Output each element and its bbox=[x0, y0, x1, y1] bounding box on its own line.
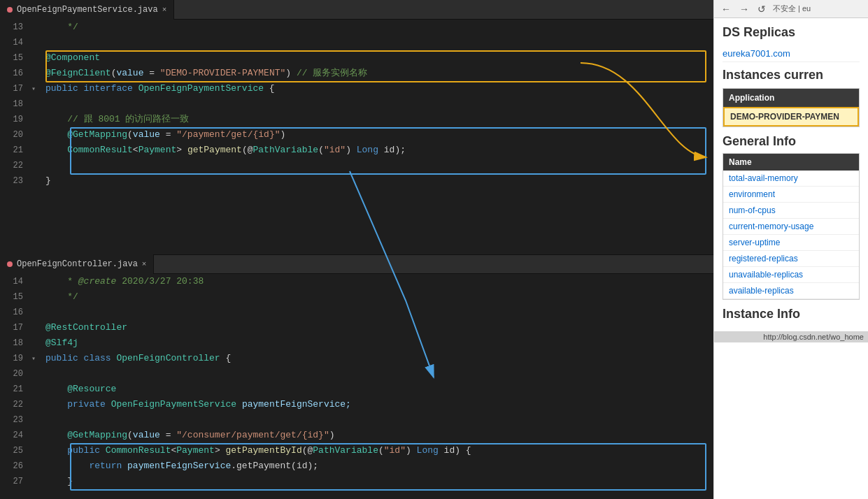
fold-icon[interactable]: ▾ bbox=[31, 85, 36, 93]
ds-replicas-title: DS Replicas bbox=[723, 25, 860, 40]
code-line: 23 bbox=[0, 412, 713, 428]
tab-icon-2 bbox=[7, 261, 13, 267]
info-total-avail-memory[interactable]: total-avail-memory bbox=[723, 171, 859, 187]
top-tab-bar: OpenFeignPaymentService.java × bbox=[0, 0, 713, 20]
info-server-uptime[interactable]: server-uptime bbox=[723, 235, 859, 251]
application-header: Application bbox=[723, 89, 859, 107]
code-line: 19 // 跟 8001 的访问路径一致 bbox=[0, 112, 713, 127]
tab-controller-file[interactable]: OpenFeignController.java × bbox=[0, 254, 154, 274]
code-line: 23 } bbox=[0, 173, 713, 189]
code-area-bottom: 14 * @create 2020/3/27 20:38 15 */ 16 17 bbox=[0, 274, 713, 499]
back-button[interactable]: ← bbox=[720, 3, 732, 15]
code-line: 19 ▾ public class OpenFeignController { bbox=[0, 351, 713, 366]
code-line: 20 bbox=[0, 366, 713, 382]
code-line: 16 @FeignClient(value = "DEMO-PROVIDER-P… bbox=[0, 66, 713, 81]
code-line: 15 */ bbox=[0, 289, 713, 305]
right-content: DS Replicas eureka7001.com Instances cur… bbox=[714, 18, 868, 331]
code-line: 17 ▾ public interface OpenFeignPaymentSe… bbox=[0, 81, 713, 96]
code-block-top: 13 */ 14 15 @Component 16 @FeignClient( bbox=[0, 20, 713, 189]
code-line: 14 bbox=[0, 35, 713, 50]
tab-service-filename: OpenFeignPaymentService.java bbox=[17, 5, 158, 15]
tab-close-btn[interactable]: × bbox=[162, 6, 167, 14]
code-line: 24 @GetMapping(value = "/consumer/paymen… bbox=[0, 428, 713, 443]
application-table: Application DEMO-PROVIDER-PAYMEN bbox=[723, 88, 860, 127]
code-line: 22 bbox=[0, 158, 713, 173]
code-line: 13 */ bbox=[0, 20, 713, 35]
code-line: 17 @RestController bbox=[0, 320, 713, 335]
code-line: 18 @Slf4j bbox=[0, 335, 713, 351]
fold-icon-2[interactable]: ▾ bbox=[31, 355, 36, 363]
tab-close-btn-2[interactable]: × bbox=[142, 260, 147, 268]
eureka-link[interactable]: eureka7001.com bbox=[723, 45, 860, 62]
bottom-url: http://blog.csdn.net/wo_home bbox=[714, 331, 868, 342]
second-tab-bar: OpenFeignController.java × bbox=[0, 254, 713, 274]
code-line: 20 @GetMapping(value = "/payment/get/{id… bbox=[0, 127, 713, 143]
code-line: 16 bbox=[0, 305, 713, 320]
code-line: 22 private OpenFeignPaymentService payme… bbox=[0, 397, 713, 412]
application-value: DEMO-PROVIDER-PAYMEN bbox=[723, 107, 859, 126]
code-line: 21 CommonResult<Payment> getPayment(@Pat… bbox=[0, 143, 713, 158]
code-line: 21 @Resource bbox=[0, 382, 713, 397]
general-info-title: General Info bbox=[723, 134, 860, 149]
code-line: 27 } bbox=[0, 474, 713, 489]
info-environment[interactable]: environment bbox=[723, 187, 859, 203]
code-line: 26 return paymentFeignService.getPayment… bbox=[0, 458, 713, 474]
tab-service-file[interactable]: OpenFeignPaymentService.java × bbox=[0, 0, 174, 20]
tab-icon bbox=[7, 7, 13, 13]
instance-info-title: Instance Info bbox=[723, 307, 860, 321]
forward-button[interactable]: → bbox=[738, 3, 750, 15]
code-line: 14 * @create 2020/3/27 20:38 bbox=[0, 274, 713, 289]
info-current-memory-usage[interactable]: current-memory-usage bbox=[723, 219, 859, 235]
info-unavailable-replicas[interactable]: unavailable-replicas bbox=[723, 267, 859, 283]
code-panel: OpenFeignPaymentService.java × 13 */ 14 … bbox=[0, 0, 713, 499]
refresh-button[interactable]: ↺ bbox=[756, 3, 767, 15]
code-line: 18 bbox=[0, 96, 713, 112]
code-block-bottom: 14 * @create 2020/3/27 20:38 15 */ 16 17 bbox=[0, 274, 713, 489]
instances-title: Instances curren bbox=[723, 68, 860, 82]
info-num-of-cpus[interactable]: num-of-cpus bbox=[723, 203, 859, 219]
general-info-table: Name total-avail-memory environment num-… bbox=[723, 153, 860, 300]
code-area-top: 13 */ 14 15 @Component 16 @FeignClient( bbox=[0, 20, 713, 254]
info-registered-replicas[interactable]: registered-replicas bbox=[723, 251, 859, 267]
browser-security-text: 不安全 | eu bbox=[773, 3, 811, 14]
right-panel: ← → ↺ 不安全 | eu DS Replicas eureka7001.co… bbox=[713, 0, 868, 499]
tab-controller-filename: OpenFeignController.java bbox=[17, 259, 138, 269]
info-available-replicas[interactable]: available-replicas bbox=[723, 283, 859, 299]
name-header: Name bbox=[723, 154, 859, 171]
browser-nav-bar: ← → ↺ 不安全 | eu bbox=[714, 0, 868, 18]
code-line: 15 @Component bbox=[0, 50, 713, 66]
code-line: 25 public CommonResult<Payment> getPayme… bbox=[0, 443, 713, 458]
